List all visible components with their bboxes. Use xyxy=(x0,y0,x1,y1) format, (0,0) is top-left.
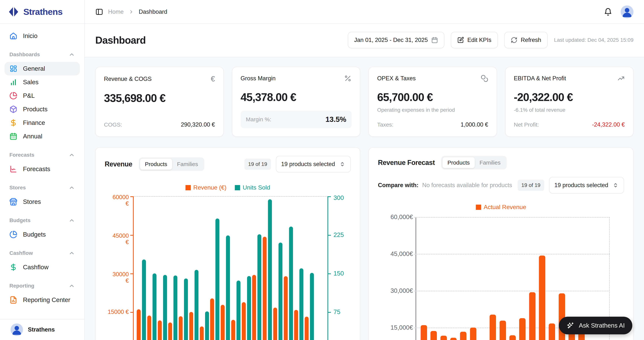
revenue-bar[interactable] xyxy=(294,310,298,340)
bar-chart-icon xyxy=(10,78,17,86)
units-bar[interactable] xyxy=(216,218,219,340)
units-bar[interactable] xyxy=(163,275,167,340)
breadcrumb-home[interactable]: Home xyxy=(108,8,124,15)
products-select[interactable]: 19 products selected xyxy=(276,156,351,172)
section-label-text: Cashflow xyxy=(10,250,33,256)
bell-icon[interactable] xyxy=(604,7,612,16)
actual-revenue-bar[interactable] xyxy=(440,336,447,340)
forecast-products-select[interactable]: 19 products selected xyxy=(549,177,624,193)
sidebar-item-products[interactable]: Products xyxy=(4,103,80,116)
units-bar[interactable] xyxy=(184,279,188,340)
revenue-bar[interactable] xyxy=(263,237,267,340)
kpi-row: Revenue & COGS € 335,698.00 € COGS: 290,… xyxy=(95,67,634,137)
tab-families[interactable]: Families xyxy=(475,157,506,168)
sidebar-item-label: Finance xyxy=(23,119,45,126)
revenue-bar[interactable] xyxy=(305,317,309,340)
units-bar[interactable] xyxy=(174,276,178,340)
sidebar-section-cashflow[interactable]: Cashflow xyxy=(10,250,75,256)
bar-group xyxy=(158,275,167,340)
legend-label-revenue: Revenue (€) xyxy=(194,184,226,191)
revenue-bar[interactable] xyxy=(231,320,235,340)
actual-revenue-bar[interactable] xyxy=(549,324,555,340)
refresh-icon xyxy=(511,37,518,43)
pie-chart-icon xyxy=(10,92,17,100)
sidebar-item-cashflow[interactable]: Cashflow xyxy=(4,260,80,274)
actual-revenue-bar[interactable] xyxy=(450,338,457,340)
units-bar[interactable] xyxy=(300,268,303,340)
units-bar[interactable] xyxy=(289,227,293,340)
compare-row: Compare with: No forecasts available for… xyxy=(378,177,624,193)
units-bar[interactable] xyxy=(236,281,240,340)
revenue-bar[interactable] xyxy=(147,316,151,340)
revenue-bar[interactable] xyxy=(210,299,214,340)
tab-products[interactable]: Products xyxy=(442,157,474,168)
brand-logo[interactable]: Strathens xyxy=(0,0,84,24)
sidebar-section-forecasts[interactable]: Forecasts xyxy=(10,152,75,158)
sidebar-item-label: Products xyxy=(23,106,48,113)
revenue-bar[interactable] xyxy=(221,305,225,340)
sidebar-section-dashboards[interactable]: Dashboards xyxy=(10,51,75,58)
actual-revenue-bar[interactable] xyxy=(509,335,516,340)
sidebar-section-budgets[interactable]: Budgets xyxy=(10,217,75,224)
units-bar[interactable] xyxy=(268,199,272,340)
tab-families[interactable]: Families xyxy=(172,159,203,170)
units-bar[interactable] xyxy=(247,276,251,340)
units-bar[interactable] xyxy=(226,235,230,340)
sidebar-item-label: P&L xyxy=(23,92,35,99)
sparkles-icon xyxy=(566,322,574,330)
left-axis-label: 30000 € xyxy=(111,271,129,284)
sidebar-item-label: General xyxy=(23,65,45,72)
units-bar[interactable] xyxy=(152,273,156,340)
sidebar-item-annual[interactable]: Annual xyxy=(4,130,80,143)
units-bar[interactable] xyxy=(258,234,261,340)
units-bar[interactable] xyxy=(205,311,209,340)
tab-products[interactable]: Products xyxy=(140,159,172,170)
revenue-bar[interactable] xyxy=(137,309,141,340)
actual-revenue-bar[interactable] xyxy=(470,328,476,340)
actual-revenue-bar[interactable] xyxy=(490,315,496,340)
actual-revenue-bar[interactable] xyxy=(539,256,545,340)
sidebar-item-finance[interactable]: Finance xyxy=(4,116,80,130)
actual-revenue-bar[interactable] xyxy=(460,332,466,340)
actual-revenue-bar[interactable] xyxy=(529,292,536,340)
bar-group xyxy=(252,234,261,340)
actual-revenue-bar[interactable] xyxy=(519,318,526,340)
units-bar[interactable] xyxy=(278,243,282,340)
sidebar-item-forecasts[interactable]: Forecasts xyxy=(4,162,80,176)
sidebar-item-stores[interactable]: Stores xyxy=(4,195,80,208)
sidebar-user[interactable]: Strathens xyxy=(0,319,84,340)
revenue-bar[interactable] xyxy=(284,276,288,340)
actual-revenue-bar[interactable] xyxy=(421,325,427,340)
page-header: Dashboard Jan 01, 2025 - Dec 31, 2025 Ed… xyxy=(85,24,644,57)
panel-left-icon[interactable] xyxy=(95,8,103,16)
sidebar: Strathens Inicio Dashboards General xyxy=(0,0,85,340)
revenue-bar[interactable] xyxy=(200,327,204,340)
revenue-bar[interactable] xyxy=(252,275,256,340)
units-bar[interactable] xyxy=(142,260,146,340)
revenue-bar[interactable] xyxy=(158,321,162,340)
sidebar-item-general[interactable]: General xyxy=(4,62,80,75)
revenue-bar[interactable] xyxy=(179,316,183,340)
actual-revenue-bar[interactable] xyxy=(430,331,437,340)
page-title: Dashboard xyxy=(95,34,146,46)
sidebar-item-inicio[interactable]: Inicio xyxy=(4,29,80,43)
revenue-bar[interactable] xyxy=(242,302,246,340)
actual-revenue-bar[interactable] xyxy=(500,321,506,340)
sidebar-item-sales[interactable]: Sales xyxy=(4,75,80,89)
sidebar-nav: Inicio Dashboards General Sales xyxy=(0,24,84,319)
edit-kpis-button[interactable]: Edit KPIs xyxy=(451,32,498,48)
revenue-bar[interactable] xyxy=(273,308,277,340)
sidebar-item-pnl[interactable]: P&L xyxy=(4,89,80,103)
sidebar-item-reporting-center[interactable]: Reporting Center xyxy=(4,293,80,307)
date-range-picker[interactable]: Jan 01, 2025 - Dec 31, 2025 xyxy=(348,32,444,48)
sidebar-section-reporting[interactable]: Reporting xyxy=(10,283,75,289)
sidebar-section-stores[interactable]: Stores xyxy=(10,184,75,191)
profile-avatar[interactable] xyxy=(621,5,634,18)
units-bar[interactable] xyxy=(310,273,314,340)
units-bar[interactable] xyxy=(194,270,198,340)
revenue-bar[interactable] xyxy=(189,312,193,340)
refresh-button[interactable]: Refresh xyxy=(504,32,548,48)
ask-ai-button[interactable]: Ask Strathens AI xyxy=(559,317,632,334)
sidebar-item-budgets[interactable]: Budgets xyxy=(4,228,80,241)
revenue-bar[interactable] xyxy=(168,323,172,340)
